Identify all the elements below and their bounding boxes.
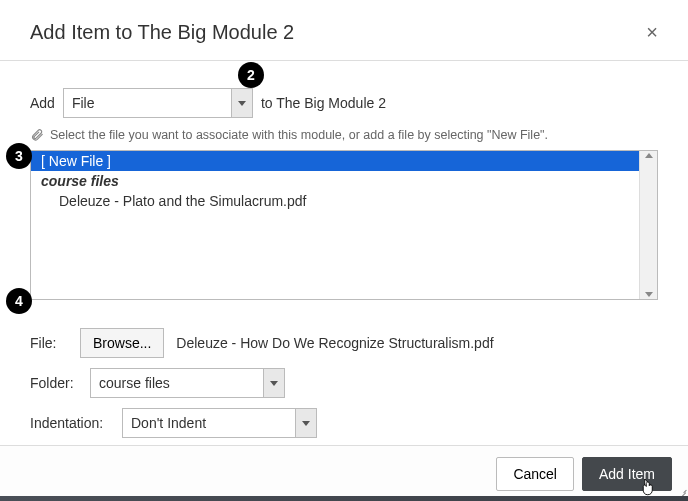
add-label: Add bbox=[30, 95, 55, 111]
file-label: File: bbox=[30, 335, 68, 351]
browse-button[interactable]: Browse... bbox=[80, 328, 164, 358]
add-item-modal: Add Item to The Big Module 2 × Add File … bbox=[0, 0, 688, 501]
bottom-strip bbox=[0, 496, 688, 501]
chevron-down-icon bbox=[270, 381, 278, 386]
indentation-value: Don't Indent bbox=[122, 408, 295, 438]
file-list-scrollbar[interactable] bbox=[639, 151, 657, 299]
indentation-label: Indentation: bbox=[30, 415, 110, 431]
scroll-up-icon bbox=[645, 153, 653, 158]
folder-row: Folder: course files bbox=[30, 368, 658, 398]
callout-3: 3 bbox=[6, 143, 32, 169]
file-list-box: [ New File ] course files Deleuze - Plat… bbox=[30, 150, 658, 300]
indentation-dropdown-btn[interactable] bbox=[295, 408, 317, 438]
folder-label: Folder: bbox=[30, 375, 78, 391]
chevron-down-icon bbox=[238, 101, 246, 106]
file-list-new-file[interactable]: [ New File ] bbox=[31, 151, 639, 171]
item-type-select[interactable]: File bbox=[63, 88, 253, 118]
folder-select[interactable]: course files bbox=[90, 368, 285, 398]
callout-4: 4 bbox=[6, 288, 32, 314]
hint-text: Select the file you want to associate wi… bbox=[50, 128, 548, 142]
file-upload-row: File: Browse... Deleuze - How Do We Reco… bbox=[30, 328, 658, 358]
scroll-down-icon bbox=[645, 292, 653, 297]
cursor-pointer-icon bbox=[638, 477, 656, 499]
modal-footer: Cancel Add Item bbox=[0, 445, 688, 501]
item-type-dropdown-btn[interactable] bbox=[231, 88, 253, 118]
modal-title: Add Item to The Big Module 2 bbox=[30, 21, 294, 44]
folder-dropdown-btn[interactable] bbox=[263, 368, 285, 398]
hint-row: Select the file you want to associate wi… bbox=[30, 128, 658, 142]
chosen-file-name: Deleuze - How Do We Recognize Structural… bbox=[176, 335, 493, 351]
cancel-button[interactable]: Cancel bbox=[496, 457, 574, 491]
indentation-select[interactable]: Don't Indent bbox=[122, 408, 317, 438]
indentation-row: Indentation: Don't Indent bbox=[30, 408, 658, 438]
callout-2: 2 bbox=[238, 62, 264, 88]
modal-body[interactable]: Add File to The Big Module 2 Select the … bbox=[0, 56, 688, 445]
add-suffix: to The Big Module 2 bbox=[261, 95, 386, 111]
close-button[interactable]: × bbox=[640, 20, 664, 44]
paperclip-icon bbox=[30, 128, 44, 142]
file-list-group[interactable]: course files bbox=[31, 171, 639, 191]
add-item-button[interactable]: Add Item bbox=[582, 457, 672, 491]
modal-header: Add Item to The Big Module 2 × bbox=[0, 0, 688, 61]
folder-value: course files bbox=[90, 368, 263, 398]
add-type-row: Add File to The Big Module 2 bbox=[30, 88, 658, 118]
chevron-down-icon bbox=[302, 421, 310, 426]
file-list[interactable]: [ New File ] course files Deleuze - Plat… bbox=[31, 151, 639, 299]
file-list-item[interactable]: Deleuze - Plato and the Simulacrum.pdf bbox=[31, 191, 639, 211]
item-type-value: File bbox=[63, 88, 231, 118]
